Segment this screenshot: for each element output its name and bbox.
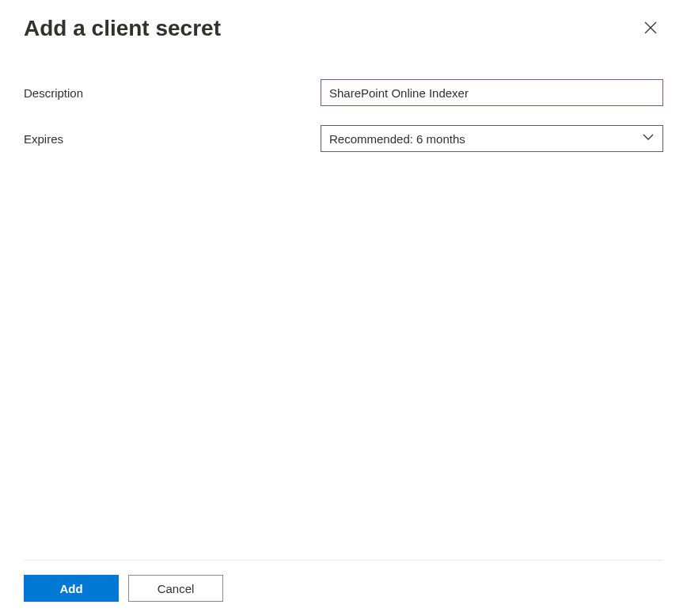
expires-select-wrapper: Recommended: 6 months xyxy=(321,125,663,152)
description-label: Description xyxy=(24,86,321,100)
panel-title: Add a client secret xyxy=(24,16,221,41)
close-icon xyxy=(644,21,657,36)
expires-select-value: Recommended: 6 months xyxy=(329,132,465,146)
panel-footer: Add Cancel xyxy=(24,560,663,616)
form-area: Description Expires Recommended: 6 month… xyxy=(24,79,663,560)
expires-label: Expires xyxy=(24,132,321,146)
add-button[interactable]: Add xyxy=(24,575,119,602)
add-client-secret-panel: Add a client secret Description Expires … xyxy=(0,0,687,616)
close-button[interactable] xyxy=(638,16,663,41)
expires-row: Expires Recommended: 6 months xyxy=(24,125,663,152)
expires-select[interactable]: Recommended: 6 months xyxy=(321,125,663,152)
description-input[interactable] xyxy=(321,79,663,106)
cancel-button[interactable]: Cancel xyxy=(128,575,223,602)
panel-header: Add a client secret xyxy=(24,16,663,41)
description-row: Description xyxy=(24,79,663,106)
